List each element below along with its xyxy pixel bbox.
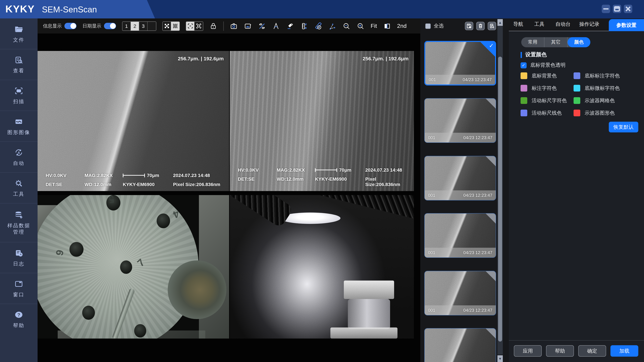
color-swatch[interactable]: [574, 85, 580, 91]
sem-image-1[interactable]: 256.7μm. | 192.6μm HV:0.0KV MAG:2.82KX 7…: [38, 51, 229, 191]
color-swatch[interactable]: [574, 72, 580, 79]
date-display-toggle[interactable]: [104, 23, 116, 29]
subtab-color[interactable]: 颜色: [568, 37, 590, 47]
dashed-capture-button[interactable]: [186, 22, 194, 30]
quad-dither-button[interactable]: [163, 22, 171, 30]
help-button[interactable]: 帮助: [546, 345, 574, 357]
chamber-camera-view[interactable]: [230, 195, 414, 339]
info-display-toggle[interactable]: [64, 23, 76, 29]
sem-image-2[interactable]: 256.7μm. | 192.6μm HV:0.0KV MAG:2.82KX 7…: [230, 51, 414, 191]
page-2-button[interactable]: 2: [131, 22, 139, 30]
sidebar-item-auto[interactable]: A 自动: [0, 142, 38, 173]
tab-auto-stage[interactable]: 自动台: [556, 21, 570, 27]
load-button[interactable]: 加载: [610, 345, 638, 357]
preview-images-button[interactable]: [488, 22, 496, 30]
color-swatch[interactable]: [520, 85, 527, 91]
subtab-common[interactable]: 常用: [521, 37, 544, 47]
camera-capture-button[interactable]: [230, 22, 238, 30]
marker-button[interactable]: [286, 22, 294, 30]
auto-cycle-icon: A: [14, 148, 23, 157]
tab-parameter-settings[interactable]: 参数设置: [609, 19, 644, 31]
mag-value: MAG:2.82KX: [277, 167, 315, 173]
angle-measure-button[interactable]: [328, 22, 336, 30]
color-label: 底标标注字符色: [585, 72, 620, 79]
fit-button[interactable]: Fit: [371, 23, 377, 29]
scroll-up-button[interactable]: ▲: [498, 19, 503, 26]
sidebar-item-file[interactable]: 文件: [0, 18, 38, 49]
color-label: 活动标尺线色: [532, 110, 562, 116]
page-3-button[interactable]: 3: [139, 22, 148, 30]
scroll-down-button[interactable]: ▼: [498, 355, 503, 362]
page-4-button[interactable]: [148, 22, 156, 30]
zoom-in-button[interactable]: [356, 22, 364, 30]
ruler-add-button[interactable]: [300, 22, 308, 30]
color-item: 底标标注字符色: [574, 72, 620, 79]
pixel-size-value: Pixel Size:206.836nm: [365, 176, 411, 187]
sidebar-item-log[interactable]: 日志: [0, 242, 38, 273]
close-button[interactable]: [624, 5, 632, 13]
transparent-bg-checkbox[interactable]: ✓: [520, 62, 526, 68]
sidebar-item-tools[interactable]: 工具: [0, 173, 38, 203]
thumbnail-scrollbar[interactable]: [498, 26, 503, 355]
folder-icon: [14, 25, 23, 33]
full-capture-icon: [196, 23, 202, 29]
measure-tools-button[interactable]: [258, 22, 266, 30]
sidebar-item-image[interactable]: 图形图像: [0, 111, 38, 142]
transparent-bg-label: 底标背景色透明: [530, 62, 566, 68]
minimize-button[interactable]: [602, 5, 610, 13]
angle-measure-icon: [329, 22, 336, 30]
color-swatch[interactable]: [520, 110, 527, 116]
settings-panel: 导航 工具 自动台 操作记录 参数设置 常用 其它 颜色 设置颜色 ✓ 底标背景…: [509, 18, 644, 362]
page-1-button[interactable]: 1: [122, 22, 131, 30]
image-export-button[interactable]: [244, 22, 252, 30]
sidebar-item-scan[interactable]: 扫描: [0, 80, 38, 111]
zoom-out-button[interactable]: [342, 22, 350, 30]
sidebar-item-window[interactable]: 窗口: [0, 273, 38, 304]
tab-tools[interactable]: 工具: [534, 21, 544, 27]
sidebar-item-sample-data[interactable]: 样品数据管理: [0, 203, 38, 242]
scrollbar-thumb[interactable]: [498, 57, 502, 342]
thumbnail-item[interactable]: 00104/23 12:23:47: [424, 213, 496, 258]
second-view-button[interactable]: 2nd: [397, 23, 407, 29]
color-swatch[interactable]: [520, 97, 527, 104]
mag-value: MAG:2.82KX: [84, 173, 123, 178]
checker-dither-button[interactable]: [171, 22, 180, 30]
color-swatch[interactable]: [574, 97, 580, 104]
sidebar-item-help[interactable]: ? 帮助: [0, 304, 38, 335]
color-swatch[interactable]: [520, 72, 527, 79]
thumbnail-item[interactable]: 00104/23 12:23:47: [424, 156, 496, 200]
select-all-checkbox[interactable]: [425, 23, 431, 29]
protractor-button[interactable]: [314, 22, 322, 30]
delete-images-button[interactable]: [476, 22, 485, 30]
color-label: 示波器网格色: [585, 97, 615, 104]
protractor-icon: [314, 22, 322, 30]
folded-corner: [486, 329, 496, 339]
date-display-label: 日期显示: [82, 23, 101, 29]
title-bar: KYKY SEM-SenScan: [0, 0, 644, 18]
thumbnail-item[interactable]: 00104/23 12:23:47: [424, 98, 496, 143]
restore-default-button[interactable]: 恢复默认: [609, 122, 638, 132]
log-clock-icon: [14, 249, 23, 257]
lock-icon: [210, 22, 217, 30]
folded-corner: [486, 214, 496, 224]
scale-bar: [123, 173, 145, 177]
maximize-button[interactable]: [613, 5, 621, 13]
text-annotation-button[interactable]: [272, 22, 280, 30]
lock-button[interactable]: [209, 22, 217, 30]
apply-button[interactable]: 应用: [514, 345, 542, 357]
ok-button[interactable]: 确定: [578, 345, 606, 357]
color-swatch[interactable]: [574, 110, 580, 116]
thumbnail-item[interactable]: 00104/23 12:23:47: [424, 328, 496, 362]
split-view-button[interactable]: [383, 22, 391, 30]
stage-camera-view[interactable]: 5 4 9 7 1 2: [38, 195, 229, 339]
sidebar-item-view[interactable]: 查看: [0, 49, 38, 80]
checker-dither-icon: [172, 23, 178, 29]
tab-operation-log[interactable]: 操作记录: [579, 21, 600, 27]
thumbnail-item[interactable]: ✓ 00104/23 12:23:47: [424, 41, 496, 85]
save-images-button[interactable]: [465, 22, 473, 30]
full-capture-button[interactable]: [194, 22, 203, 30]
subtab-other[interactable]: 其它: [544, 37, 568, 47]
tab-navigation[interactable]: 导航: [513, 21, 523, 27]
thumbnail-item[interactable]: 00104/23 12:23:47: [424, 271, 496, 316]
thumb-time: 04/23 12:23:47: [464, 308, 492, 313]
